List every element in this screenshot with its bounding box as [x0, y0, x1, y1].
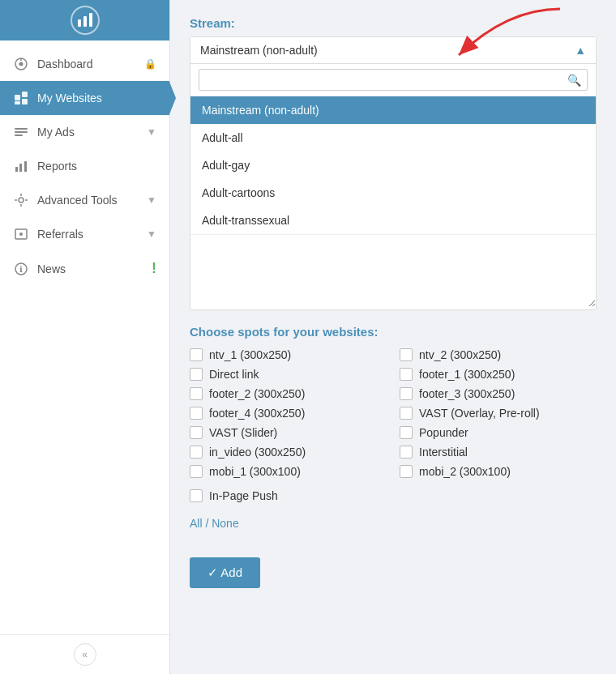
spot-vast-overlay-label: VAST (Overlay, Pre-roll): [419, 407, 540, 420]
spot-interstitial-label: Interstitial: [419, 446, 468, 459]
chevron-down-icon: ▼: [147, 126, 156, 138]
spot-ntv1-label: ntv_1 (300x250): [209, 348, 291, 361]
spot-in-video-checkbox[interactable]: [190, 446, 203, 459]
advanced-tools-icon: [13, 192, 29, 208]
spot-ntv2-label: ntv_2 (300x250): [419, 348, 501, 361]
sidebar-item-my-ads[interactable]: My Ads ▼: [0, 115, 169, 149]
svg-rect-6: [15, 95, 20, 100]
svg-rect-11: [15, 131, 28, 133]
stream-options-list: Mainstream (non-adult) Adult-all Adult-g…: [190, 96, 596, 234]
spot-mobi2-checkbox[interactable]: [400, 465, 413, 478]
svg-rect-15: [24, 161, 27, 172]
sidebar-item-reports[interactable]: Reports: [0, 149, 169, 183]
sidebar-nav: Dashboard 🔒 My Websites: [0, 41, 169, 634]
spot-popunder-label: Popunder: [419, 426, 468, 439]
spot-in-page-push-checkbox[interactable]: [190, 489, 203, 502]
spots-label: Choose spots for your websites:: [190, 325, 597, 339]
spot-footer3-label: footer_3 (300x250): [419, 387, 515, 400]
stream-option-adult-all[interactable]: Adult-all: [190, 124, 596, 151]
spot-vast-overlay-checkbox[interactable]: [400, 407, 413, 420]
spot-direct-link-checkbox[interactable]: [190, 368, 203, 381]
sidebar-item-advanced-tools-label: Advanced Tools: [37, 194, 147, 207]
spot-vast-slider: VAST (Slider): [190, 426, 387, 439]
sidebar-item-my-ads-label: My Ads: [37, 126, 147, 139]
stream-dropdown: Mainstream (non-adult) ▲ 🔍 Mainstream (n…: [190, 36, 597, 310]
svg-point-22: [19, 232, 23, 236]
svg-text:ℹ: ℹ: [19, 265, 23, 274]
spot-popunder: Popunder: [400, 426, 597, 439]
my-websites-icon: [13, 90, 29, 106]
referrals-icon: [13, 226, 29, 242]
svg-rect-7: [22, 92, 28, 97]
spot-vast-overlay: VAST (Overlay, Pre-roll): [400, 407, 597, 420]
chevron-down-icon-2: ▼: [147, 194, 156, 206]
app-logo: [71, 6, 100, 35]
spot-direct-link-label: Direct link: [209, 368, 259, 381]
spot-vast-slider-checkbox[interactable]: [190, 426, 203, 439]
news-badge: !: [152, 260, 156, 277]
main-content: Stream: Mainstream (non-adult) ▲ 🔍 Mains…: [170, 0, 616, 674]
spot-mobi1-checkbox[interactable]: [190, 465, 203, 478]
chevron-down-icon-3: ▼: [147, 228, 156, 240]
spot-in-video: in_video (300x250): [190, 446, 387, 459]
sidebar-item-dashboard[interactable]: Dashboard 🔒: [0, 47, 169, 81]
stream-caret-icon: ▲: [575, 44, 586, 57]
svg-rect-0: [78, 19, 81, 27]
svg-rect-10: [15, 128, 28, 130]
stream-option-adult-cartoons[interactable]: Adult-cartoons: [190, 179, 596, 207]
sidebar-header: [0, 0, 169, 41]
spot-footer4-label: footer_4 (300x250): [209, 407, 305, 420]
sidebar-item-news[interactable]: ℹ News !: [0, 251, 169, 286]
stream-label: Stream:: [190, 16, 597, 30]
spot-ntv1: ntv_1 (300x250): [190, 348, 387, 361]
svg-rect-9: [15, 101, 20, 105]
spot-footer1-label: footer_1 (300x250): [419, 368, 515, 381]
svg-rect-14: [19, 164, 22, 172]
stream-option-mainstream[interactable]: Mainstream (non-adult): [190, 96, 596, 124]
spot-footer4-checkbox[interactable]: [190, 407, 203, 420]
stream-textarea[interactable]: [190, 234, 596, 307]
spot-footer1-checkbox[interactable]: [400, 368, 413, 381]
spot-popunder-checkbox[interactable]: [400, 426, 413, 439]
add-button-label: ✓ Add: [207, 565, 242, 580]
stream-select-bar[interactable]: Mainstream (non-adult) ▲: [190, 37, 596, 64]
spot-in-video-label: in_video (300x250): [209, 446, 306, 459]
reports-icon: [13, 158, 29, 174]
stream-option-adult-transsexual[interactable]: Adult-transsexual: [190, 207, 596, 234]
svg-rect-1: [83, 16, 87, 27]
spot-mobi1-label: mobi_1 (300x100): [209, 465, 301, 478]
spot-footer2-label: footer_2 (300x250): [209, 387, 305, 400]
spot-interstitial-checkbox[interactable]: [400, 446, 413, 459]
all-none-link[interactable]: All / None: [190, 517, 239, 530]
spot-footer1: footer_1 (300x250): [400, 368, 597, 381]
search-icon: 🔍: [567, 74, 581, 87]
stream-option-adult-gay[interactable]: Adult-gay: [190, 151, 596, 179]
sidebar-item-referrals[interactable]: Referrals ▼: [0, 217, 169, 251]
add-button[interactable]: ✓ Add: [190, 557, 260, 588]
my-ads-icon: [13, 124, 29, 140]
spots-grid: ntv_1 (300x250) ntv_2 (300x250) Direct l…: [190, 348, 597, 478]
svg-point-16: [19, 198, 24, 203]
collapse-button[interactable]: «: [74, 643, 96, 666]
sidebar-item-news-label: News: [37, 262, 152, 275]
spot-footer2-checkbox[interactable]: [190, 387, 203, 400]
sidebar-collapse: «: [0, 634, 169, 674]
spot-direct-link: Direct link: [190, 368, 387, 381]
spot-ntv2: ntv_2 (300x250): [400, 348, 597, 361]
spot-mobi2: mobi_2 (300x100): [400, 465, 597, 478]
sidebar-item-advanced-tools[interactable]: Advanced Tools ▼: [0, 183, 169, 217]
sidebar-item-referrals-label: Referrals: [37, 228, 147, 241]
lock-icon: 🔒: [144, 58, 156, 70]
spot-mobi2-label: mobi_2 (300x100): [419, 465, 511, 478]
sidebar-item-reports-label: Reports: [37, 160, 156, 173]
svg-rect-2: [89, 13, 92, 27]
spot-footer3-checkbox[interactable]: [400, 387, 413, 400]
spot-footer2: footer_2 (300x250): [190, 387, 387, 400]
spot-mobi1: mobi_1 (300x100): [190, 465, 387, 478]
sidebar-item-my-websites[interactable]: My Websites: [0, 81, 169, 115]
stream-search-input[interactable]: [199, 69, 588, 91]
spot-ntv1-checkbox[interactable]: [190, 348, 203, 361]
spot-ntv2-checkbox[interactable]: [400, 348, 413, 361]
stream-search-container: 🔍: [190, 64, 596, 96]
svg-point-4: [19, 62, 24, 66]
